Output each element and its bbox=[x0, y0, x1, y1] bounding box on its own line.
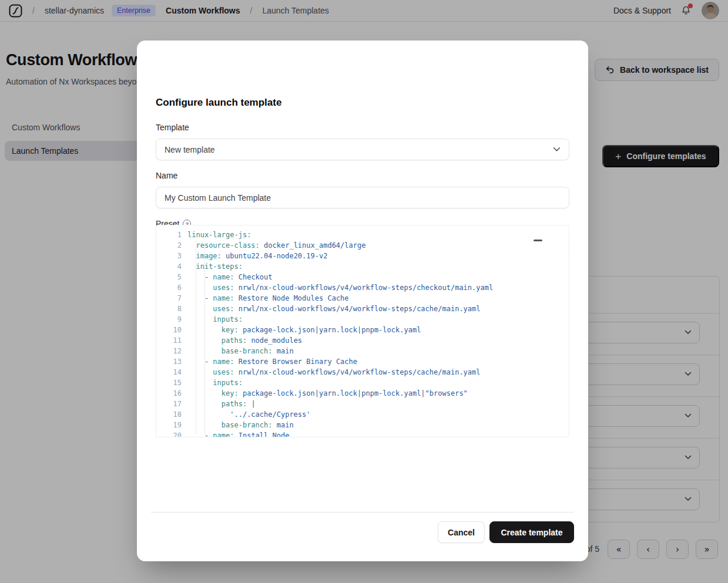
create-template-button[interactable]: Create template bbox=[489, 521, 574, 543]
line-number: 13 bbox=[156, 356, 182, 367]
line-number: 7 bbox=[156, 293, 182, 304]
line-number: 9 bbox=[156, 314, 182, 325]
line-number: 15 bbox=[156, 378, 182, 388]
code-line: 1linux-large-js: bbox=[156, 230, 569, 240]
line-number: 17 bbox=[156, 399, 182, 409]
code-line: 16 key: package-lock.json|yarn.lock|pnpm… bbox=[156, 388, 569, 399]
code-line-content: resource-class: docker_linux_amd64/large bbox=[182, 240, 365, 251]
code-line: 8 uses: nrwl/nx-cloud-workflows/v4/workf… bbox=[156, 304, 569, 314]
code-line-content: - name: Restore Node Modules Cache bbox=[182, 293, 349, 304]
line-number: 12 bbox=[156, 346, 182, 356]
yaml-code-editor[interactable]: 1linux-large-js:2 resource-class: docker… bbox=[156, 225, 569, 437]
code-line: 13 - name: Restore Browser Binary Cache bbox=[156, 356, 569, 367]
line-number: 1 bbox=[156, 230, 182, 240]
code-line: 14 uses: nrwl/nx-cloud-workflows/v4/work… bbox=[156, 367, 569, 378]
line-number: 20 bbox=[156, 430, 182, 437]
code-line-content: paths: node_modules bbox=[182, 335, 302, 346]
code-line-content: base-branch: main bbox=[182, 420, 294, 430]
code-line: 17 paths: | bbox=[156, 399, 569, 409]
line-number: 11 bbox=[156, 335, 182, 346]
chevron-down-icon bbox=[553, 147, 561, 152]
modal-title: Configure launch template bbox=[156, 97, 281, 109]
code-line-content: init-steps: bbox=[182, 261, 243, 272]
template-label: Template bbox=[156, 123, 189, 132]
line-number: 6 bbox=[156, 282, 182, 293]
code-line: 10 key: package-lock.json|yarn.lock|pnpm… bbox=[156, 325, 569, 335]
code-line: 6 uses: nrwl/nx-cloud-workflows/v4/workf… bbox=[156, 282, 569, 293]
code-line-content: inputs: bbox=[182, 378, 243, 388]
code-line: 9 inputs: bbox=[156, 314, 569, 325]
code-lines: 1linux-large-js:2 resource-class: docker… bbox=[156, 230, 569, 437]
code-line: 18 '../.cache/Cypress' bbox=[156, 409, 569, 420]
code-line-content: image: ubuntu22.04-node20.19-v2 bbox=[182, 251, 327, 261]
line-number: 5 bbox=[156, 272, 182, 282]
code-line-content: base-branch: main bbox=[182, 346, 294, 356]
line-number: 3 bbox=[156, 251, 182, 261]
code-line-content: key: package-lock.json|yarn.lock|pnpm-lo… bbox=[182, 325, 421, 335]
line-number: 8 bbox=[156, 304, 182, 314]
template-select[interactable]: New template bbox=[156, 139, 569, 160]
line-number: 2 bbox=[156, 240, 182, 251]
code-line: 7 - name: Restore Node Modules Cache bbox=[156, 293, 569, 304]
line-number: 18 bbox=[156, 409, 182, 420]
editor-scrollbar-thumb[interactable] bbox=[534, 240, 542, 241]
code-line-content: uses: nrwl/nx-cloud-workflows/v4/workflo… bbox=[182, 367, 481, 378]
code-line: 15 inputs: bbox=[156, 378, 569, 388]
code-line-content: key: package-lock.json|yarn.lock|pnpm-lo… bbox=[182, 388, 468, 399]
code-line-content: uses: nrwl/nx-cloud-workflows/v4/workflo… bbox=[182, 282, 493, 293]
app-root: / stellar-dynamics Enterprise Custom Wor… bbox=[0, 0, 728, 583]
code-line: 11 paths: node_modules bbox=[156, 335, 569, 346]
name-input-value: My Custom Launch Template bbox=[165, 193, 271, 203]
code-line: 4 init-steps: bbox=[156, 261, 569, 272]
code-line: 19 base-branch: main bbox=[156, 420, 569, 430]
name-input[interactable]: My Custom Launch Template bbox=[156, 187, 569, 208]
code-line: 3 image: ubuntu22.04-node20.19-v2 bbox=[156, 251, 569, 261]
line-number: 16 bbox=[156, 388, 182, 399]
code-line-content: linux-large-js: bbox=[182, 230, 251, 240]
template-select-value: New template bbox=[165, 145, 215, 154]
name-label: Name bbox=[156, 171, 177, 180]
indent-guide bbox=[196, 241, 196, 434]
indent-guide bbox=[204, 241, 205, 434]
code-line-content: - name: Restore Browser Binary Cache bbox=[182, 356, 357, 367]
line-number: 10 bbox=[156, 325, 182, 335]
configure-launch-template-modal: Configure launch template Template New t… bbox=[137, 41, 588, 561]
code-line-content: inputs: bbox=[182, 314, 243, 325]
line-number: 4 bbox=[156, 261, 182, 272]
code-line: 20 - name: Install Node bbox=[156, 430, 569, 437]
code-line-content: - name: Install Node bbox=[182, 430, 289, 437]
code-line: 5 - name: Checkout bbox=[156, 272, 569, 282]
line-number: 14 bbox=[156, 367, 182, 378]
code-line-content: '../.cache/Cypress' bbox=[182, 409, 311, 420]
cancel-button[interactable]: Cancel bbox=[438, 521, 485, 543]
code-line-content: paths: | bbox=[182, 399, 256, 409]
code-line-content: uses: nrwl/nx-cloud-workflows/v4/workflo… bbox=[182, 304, 481, 314]
code-line: 2 resource-class: docker_linux_amd64/lar… bbox=[156, 240, 569, 251]
modal-footer-divider bbox=[151, 512, 574, 513]
code-line: 12 base-branch: main bbox=[156, 346, 569, 356]
line-number: 19 bbox=[156, 420, 182, 430]
